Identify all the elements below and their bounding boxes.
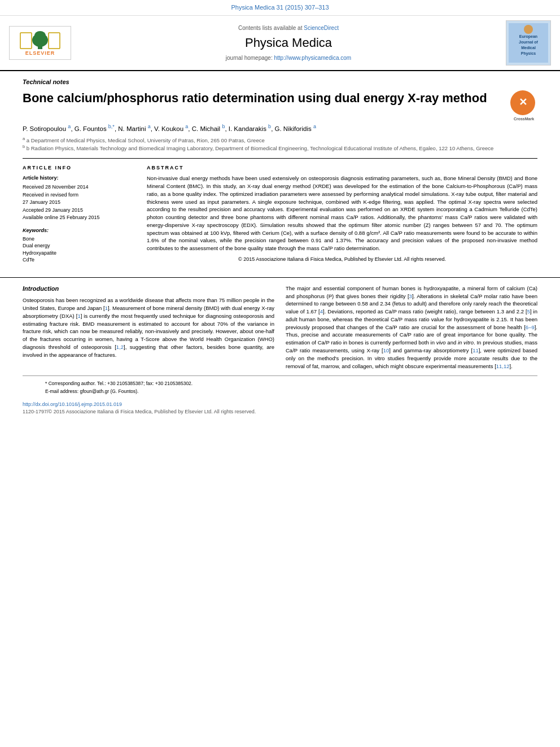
article-title-row: Bone calcium/phosphorus ratio determinat… <box>23 90 537 117</box>
keywords-section: Keywords: Bone Dual energy Hydroxyapatit… <box>23 227 135 264</box>
svg-text:European: European <box>519 34 537 39</box>
svg-point-2 <box>34 31 46 40</box>
abstract-heading: ABSTRACT <box>147 164 537 172</box>
journal-center: Contents lists available at ScienceDirec… <box>71 24 506 62</box>
svg-rect-4 <box>49 33 60 49</box>
keyword-0: Bone <box>23 235 135 243</box>
affiliation-a: a a Department of Medical Physics, Medic… <box>23 136 537 144</box>
affiliations: a a Department of Medical Physics, Medic… <box>23 136 537 152</box>
body-right-col: The major and essential component of hum… <box>286 285 537 370</box>
history-revised-date: 27 January 2015 <box>23 199 135 206</box>
keyword-1: Dual energy <box>23 242 135 250</box>
svg-point-11 <box>524 25 533 34</box>
authors-line: P. Sotiropoulou a, G. Fountos b,*, N. Ma… <box>23 123 537 134</box>
history-received: Received 28 November 2014 <box>23 184 135 191</box>
affiliation-b: b b Radiation Physics, Materials Technol… <box>23 144 537 152</box>
intro-text-left: Osteoporosis has been recognized as a wo… <box>23 296 274 359</box>
article-history-label: Article history: <box>23 174 135 182</box>
abstract-col: ABSTRACT Non-invasive dual energy method… <box>147 164 537 264</box>
abstract-text: Non-invasive dual energy methods have be… <box>147 174 537 252</box>
crossmark-icon: ✕ <box>510 90 535 115</box>
intro-heading: Introduction <box>23 285 274 293</box>
keyword-3: CdTe <box>23 256 135 264</box>
info-abstract-columns: ARTICLE INFO Article history: Received 2… <box>23 158 537 264</box>
history-revised-label: Received in revised form <box>23 191 135 199</box>
body-left-col: Introduction Osteoporosis has been recog… <box>23 285 274 370</box>
doi-line[interactable]: http://dx.doi.org/10.1016/j.ejmp.2015.01… <box>0 401 560 408</box>
footnote-0: * Corresponding author. Tel.: +30 210538… <box>45 381 515 387</box>
article-title-text: Bone calcium/phosphorus ratio determinat… <box>23 90 505 107</box>
footnote-1: E-mail address: gfoun@ath.gr (G. Fountos… <box>45 388 515 395</box>
journal-title: Physica Medica <box>71 34 506 52</box>
keyword-2: Hydroxyapatite <box>23 250 135 257</box>
issn-line: 1120-1797/© 2015 Associazione Italiana d… <box>0 408 560 416</box>
sciencedirect-link[interactable]: ScienceDirect <box>304 25 339 31</box>
journal-thumbnail: European Journal of Medical Physics <box>506 20 551 65</box>
svg-rect-3 <box>20 33 32 49</box>
article-info-heading: ARTICLE INFO <box>23 164 135 172</box>
keywords-label: Keywords: <box>23 227 135 234</box>
elsevier-tree-icon <box>18 30 63 50</box>
history-accepted: Accepted 29 January 2015 <box>23 207 135 214</box>
copyright-line: © 2015 Associazione Italiana di Fisica M… <box>147 256 537 263</box>
elsevier-brand-label: ELSEVIER <box>25 50 55 57</box>
elsevier-logo: ELSEVIER <box>9 26 71 60</box>
svg-text:Journal of: Journal of <box>519 40 539 44</box>
footnote-area: * Corresponding author. Tel.: +30 210538… <box>23 375 537 399</box>
body-columns: Introduction Osteoporosis has been recog… <box>0 285 560 370</box>
svg-text:Medical: Medical <box>521 46 536 50</box>
journal-homepage: journal homepage: http://www.physicamedi… <box>71 54 506 62</box>
sciencedirect-label: Contents lists available at ScienceDirec… <box>71 24 506 32</box>
svg-text:Physics: Physics <box>521 51 536 56</box>
homepage-url[interactable]: http://www.physicamedica.com <box>274 55 351 61</box>
history-online: Available online 25 February 2015 <box>23 214 135 221</box>
journal-header: ELSEVIER Contents lists available at Sci… <box>0 16 560 71</box>
intro-text-right: The major and essential component of hum… <box>286 285 537 370</box>
crossmark-badge[interactable]: ✕ CrossMark <box>510 90 537 117</box>
citation-text: Physica Medica 31 (2015) 307–313 <box>231 4 329 11</box>
article-content: Technical notes Bone calcium/phosphorus … <box>0 71 560 270</box>
section-divider <box>0 277 560 278</box>
section-label: Technical notes <box>23 78 537 86</box>
article-info-col: ARTICLE INFO Article history: Received 2… <box>23 164 135 264</box>
citation-bar: Physica Medica 31 (2015) 307–313 <box>0 0 560 16</box>
